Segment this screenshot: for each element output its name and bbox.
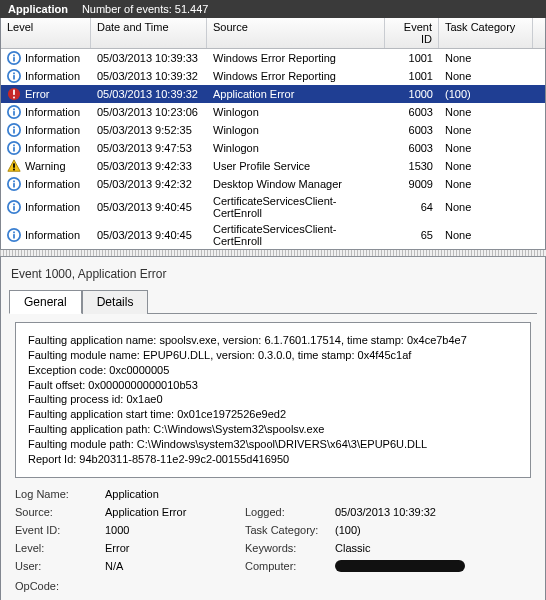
detail-title: Event 1000, Application Error [9,263,537,289]
info-icon [7,200,21,214]
cell-date: 05/03/2013 10:39:32 [91,87,207,101]
cell-source: Windows Error Reporting [207,51,385,65]
message-line: Faulting module path: C:\Windows\system3… [28,437,518,452]
lab-eventid: Event ID: [15,524,105,536]
grid-header[interactable]: Level Date and Time Source Event ID Task… [1,18,545,49]
message-line: Faulting application name: spoolsv.exe, … [28,333,518,348]
event-grid: Level Date and Time Source Event ID Task… [0,18,546,250]
val-computer [335,560,495,574]
lab-taskcat: Task Category: [245,524,335,536]
cell-level: Information [25,178,80,190]
svg-rect-29 [13,232,15,234]
val-level: Error [105,542,245,554]
svg-rect-5 [13,73,15,75]
cell-cat: None [439,105,533,119]
cell-level: Information [25,70,80,82]
cell-cat: None [439,177,533,191]
col-level[interactable]: Level [1,18,91,48]
cell-date: 05/03/2013 9:40:45 [91,228,207,242]
redacted-computer [335,560,465,572]
table-row[interactable]: Information05/03/2013 9:52:35Winlogon600… [1,121,545,139]
cell-source: Winlogon [207,123,385,137]
tabs: General Details [9,289,537,314]
message-line: Faulting application start time: 0x01ce1… [28,407,518,422]
props-grid: Log Name: Application Source: Applicatio… [15,488,531,600]
cell-cat: (100) [439,87,533,101]
info-icon [7,51,21,65]
message-line: Faulting process id: 0x1ae0 [28,392,518,407]
svg-rect-14 [13,127,15,129]
error-icon [7,87,21,101]
lab-opcode: OpCode: [15,580,495,592]
col-taskcat[interactable]: Task Category [439,18,533,48]
cell-source: User Profile Service [207,159,385,173]
svg-rect-7 [13,90,15,95]
table-row[interactable]: Information05/03/2013 9:40:45Certificate… [1,193,545,221]
svg-rect-11 [13,109,15,111]
cell-level: Error [25,88,49,100]
lab-user: User: [15,560,105,574]
svg-rect-2 [13,55,15,57]
cell-id: 65 [385,228,439,242]
cell-level: Information [25,106,80,118]
info-icon [7,228,21,242]
info-icon [7,141,21,155]
table-row[interactable]: Information05/03/2013 9:40:45Certificate… [1,221,545,249]
cell-cat: None [439,51,533,65]
info-icon [7,105,21,119]
cell-source: Desktop Window Manager [207,177,385,191]
cell-cat: None [439,200,533,214]
cell-date: 05/03/2013 10:39:32 [91,69,207,83]
svg-rect-23 [13,181,15,183]
message-box: Faulting application name: spoolsv.exe, … [15,322,531,478]
cell-date: 05/03/2013 9:42:33 [91,159,207,173]
cell-source: Windows Error Reporting [207,69,385,83]
detail-pane: Event 1000, Application Error General De… [0,257,546,600]
svg-rect-19 [13,163,15,167]
lab-computer: Computer: [245,560,335,574]
titlebar-count: Number of events: 51.447 [82,3,209,15]
lab-logged: Logged: [245,506,335,518]
table-row[interactable]: Warning05/03/2013 9:42:33User Profile Se… [1,157,545,175]
lab-level: Level: [15,542,105,554]
info-icon [7,177,21,191]
svg-rect-10 [13,111,15,115]
cell-level: Warning [25,160,66,172]
cell-date: 05/03/2013 10:23:06 [91,105,207,119]
cell-date: 05/03/2013 9:40:45 [91,200,207,214]
cell-level: Information [25,229,80,241]
val-keywords: Classic [335,542,495,554]
message-line: Report Id: 94b20311-8578-11e2-99c2-00155… [28,452,518,467]
message-line: Exception code: 0xc0000005 [28,363,518,378]
table-row[interactable]: Error05/03/2013 10:39:32Application Erro… [1,85,545,103]
tab-details[interactable]: Details [82,290,149,314]
message-line: Fault offset: 0x0000000000010b53 [28,378,518,393]
col-source[interactable]: Source [207,18,385,48]
table-row[interactable]: Information05/03/2013 9:42:32Desktop Win… [1,175,545,193]
cell-level: Information [25,142,80,154]
cell-date: 05/03/2013 10:39:33 [91,51,207,65]
table-row[interactable]: Information05/03/2013 10:39:32Windows Er… [1,67,545,85]
cell-source: CertificateServicesClient-CertEnroll [207,222,385,248]
svg-rect-26 [13,204,15,206]
cell-id: 64 [385,200,439,214]
cell-cat: None [439,141,533,155]
lab-source: Source: [15,506,105,518]
table-row[interactable]: Information05/03/2013 9:47:53Winlogon600… [1,139,545,157]
tab-general[interactable]: General [9,290,82,314]
val-logged: 05/03/2013 10:39:32 [335,506,495,518]
cell-date: 05/03/2013 9:42:32 [91,177,207,191]
splitter[interactable] [0,249,546,257]
cell-level: Information [25,124,80,136]
val-user: N/A [105,560,245,574]
table-row[interactable]: Information05/03/2013 10:23:06Winlogon60… [1,103,545,121]
col-eventid[interactable]: Event ID [385,18,439,48]
cell-id: 1000 [385,87,439,101]
cell-cat: None [439,69,533,83]
lab-logname: Log Name: [15,488,105,500]
cell-cat: None [439,159,533,173]
svg-rect-20 [13,169,15,171]
col-date[interactable]: Date and Time [91,18,207,48]
info-icon [7,123,21,137]
table-row[interactable]: Information05/03/2013 10:39:33Windows Er… [1,49,545,67]
